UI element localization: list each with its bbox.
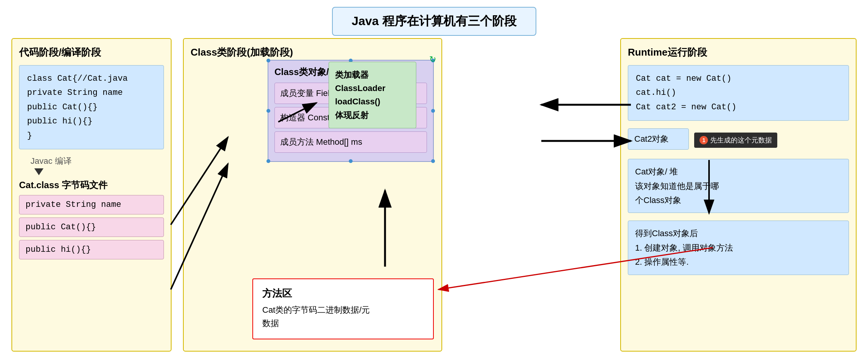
get-class-line-2: 1. 创建对象, 调用对象方法 bbox=[635, 241, 842, 255]
runtime-line-2: cat.hi() bbox=[636, 86, 841, 100]
code-line-3: public Cat(){} bbox=[27, 100, 156, 114]
runtime-line-3: Cat cat2 = new Cat() bbox=[636, 100, 841, 114]
classloader-line-2: ClassLoader bbox=[335, 82, 410, 95]
corner-dot-br bbox=[431, 159, 435, 163]
tooltip-text: 先生成的这个元数据 bbox=[710, 136, 772, 145]
tooltip-box: 1 先生成的这个元数据 bbox=[694, 133, 777, 148]
cat-obj-line-2: 该对象知道他是属于哪 bbox=[635, 179, 842, 193]
bytecode-item-2: public Cat(){} bbox=[19, 217, 164, 237]
method-area-title: 方法区 bbox=[262, 287, 424, 300]
corner-dot-bl bbox=[266, 159, 270, 163]
main-container: Java 程序在计算机有三个阶段 代码阶段/编译阶段 class Cat{//C… bbox=[0, 0, 868, 363]
classloader-line-3: loadClass() bbox=[335, 95, 410, 108]
javac-label: Javac 编译 bbox=[30, 155, 164, 167]
corner-dot-ml bbox=[266, 109, 270, 113]
method-area-desc: Cat类的字节码二进制数据/元数据 bbox=[262, 303, 424, 330]
code-line-1: class Cat{//Cat.java bbox=[27, 72, 156, 86]
cat-obj-line-3: 个Class对象 bbox=[635, 193, 842, 207]
bytecode-item-3: public hi(){} bbox=[19, 240, 164, 259]
cat2-box: Cat2对象 bbox=[628, 128, 689, 150]
panels-row: 代码阶段/编译阶段 class Cat{//Cat.java private S… bbox=[11, 38, 857, 352]
tooltip-number: 1 bbox=[700, 136, 708, 144]
title-box: Java 程序在计算机有三个阶段 bbox=[332, 7, 536, 36]
get-class-line-1: 得到Class对象后 bbox=[635, 226, 842, 240]
get-class-box: 得到Class对象后 1. 创建对象, 调用对象方法 2. 操作属性等. bbox=[628, 221, 849, 275]
cat-class-label: Cat.class 字节码文件 bbox=[19, 179, 164, 191]
classloader-box: 类加载器 ClassLoader loadClass() 体现反射 bbox=[329, 62, 416, 128]
code-block: class Cat{//Cat.java private String name… bbox=[19, 65, 164, 149]
code-line-2: private String name bbox=[27, 86, 156, 100]
left-panel-title: 代码阶段/编译阶段 bbox=[19, 46, 164, 59]
classloader-line-1: 类加载器 bbox=[335, 68, 410, 82]
runtime-code-box: Cat cat = new Cat() cat.hi() Cat cat2 = … bbox=[628, 65, 849, 121]
classloader-line-4: 体现反射 bbox=[335, 109, 410, 122]
panel-right: Runtime运行阶段 Cat cat = new Cat() cat.hi()… bbox=[620, 38, 857, 352]
cat-obj-line-1: Cat对象/ 堆 bbox=[635, 165, 842, 179]
panel-middle: Class类阶段(加载阶段) 类加载器 ClassLoader loadClas… bbox=[183, 38, 442, 352]
main-title: Java 程序在计算机有三个阶段 bbox=[351, 14, 516, 28]
middle-panel-title: Class类阶段(加载阶段) bbox=[191, 46, 435, 59]
get-class-line-3: 2. 操作属性等. bbox=[635, 255, 842, 269]
panel-left: 代码阶段/编译阶段 class Cat{//Cat.java private S… bbox=[11, 38, 172, 352]
cat-obj-box: Cat对象/ 堆 该对象知道他是属于哪 个Class对象 bbox=[628, 159, 849, 213]
cat2-section: Cat2对象 1 先生成的这个元数据 bbox=[628, 128, 849, 154]
runtime-line-1: Cat cat = new Cat() bbox=[636, 72, 841, 86]
right-panel-title: Runtime运行阶段 bbox=[628, 46, 849, 59]
corner-dot-mr bbox=[431, 109, 435, 113]
javac-text: Javac 编译 bbox=[30, 155, 72, 167]
class-inner-item-3: 成员方法 Method[] ms bbox=[274, 131, 427, 153]
corner-dot-bm bbox=[349, 159, 353, 163]
refresh-icon: ↻ bbox=[429, 54, 436, 64]
down-arrow bbox=[34, 168, 43, 175]
code-line-4: public hi(){} bbox=[27, 114, 156, 128]
corner-dot-tl bbox=[266, 59, 270, 62]
bytecode-item-1: private String name bbox=[19, 195, 164, 214]
method-area-box: 方法区 Cat类的字节码二进制数据/元数据 bbox=[252, 278, 434, 339]
code-line-5: } bbox=[27, 129, 156, 143]
